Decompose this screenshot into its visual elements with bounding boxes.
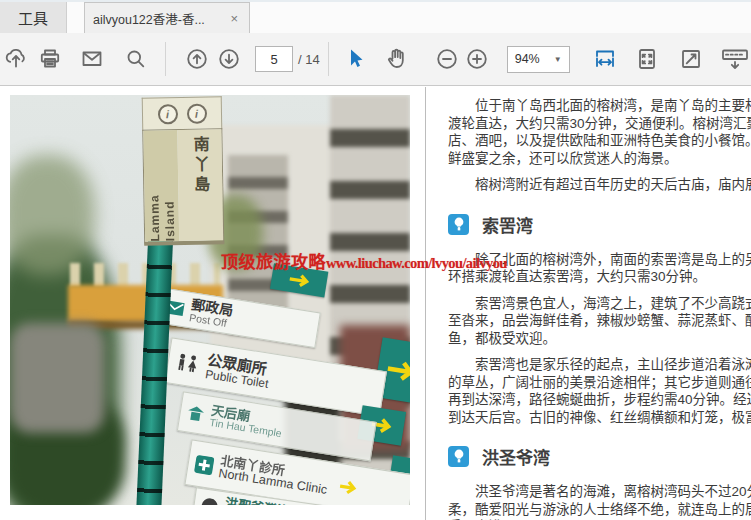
watermark-prefix: 顶级旅游攻略 — [221, 253, 326, 272]
sign-chinese-label: 南丫島 — [187, 135, 212, 195]
section-heading-sok-kwu-wan: 索罟湾 — [448, 212, 751, 237]
toolbar-collapse-icon — [720, 46, 750, 72]
fit-page-button[interactable] — [634, 46, 660, 72]
paragraph: 索罟湾景色宜人，海湾之上，建筑了不少高跷式露天餐 至沓来，品尝海鲜佳肴，辣椒炒螃… — [448, 295, 751, 348]
fit-width-icon — [592, 46, 618, 72]
hand-icon — [384, 46, 410, 72]
text-line: 到达天后宫。古旧的神像、红丝绸横额和灯笼，极富中国传统 — [448, 409, 751, 427]
temple-icon — [186, 404, 206, 423]
print-button[interactable] — [37, 46, 63, 72]
info-circle-icon: i — [157, 104, 177, 124]
section-heading-label: 索罟湾 — [482, 212, 533, 237]
clinic-cross-icon — [193, 454, 215, 476]
sign-body: Lamma Island 南丫島 — [142, 128, 224, 245]
toolbar-separator — [328, 42, 329, 76]
select-tool-button[interactable] — [342, 46, 368, 72]
chevron-down-icon: ▼ — [554, 55, 562, 64]
paragraph: 位于南丫岛西北面的榕树湾，是南丫岛的主要村落之一 渡轮直达，大约只需30分钟，交… — [448, 97, 751, 167]
tab-document[interactable]: ailvyou122香港-香... × — [84, 2, 250, 33]
text-line: 鲜盛宴之余，还可以欣赏迷人的海景。 — [448, 150, 751, 168]
paragraph: 洪圣爷湾是著名的海滩，离榕树湾码头不过20分钟步程 柔，酷爱阳光与游泳的人士络绎… — [448, 483, 751, 520]
tree-foliage — [10, 155, 95, 275]
text-line: 店、酒吧，以及提供欧陆和亚洲特色美食的小餐馆。游人在 — [448, 132, 751, 150]
share-upload-button[interactable] — [3, 46, 29, 72]
circle-minus-icon — [434, 46, 460, 72]
document-viewport[interactable]: 郵政局 Post Off 公眾廁所 Public Toilet — [0, 87, 751, 520]
zoom-in-button[interactable] — [464, 46, 490, 72]
sign-top-band: i i — [142, 96, 223, 129]
search-icon — [123, 46, 149, 72]
text-line: 鱼，都极受欢迎。 — [448, 330, 751, 348]
printer-icon — [37, 46, 63, 72]
page-total-label: / 14 — [298, 52, 320, 67]
next-page-button[interactable] — [216, 46, 242, 72]
envelope-icon — [79, 46, 105, 72]
zoom-level-value: 94% — [515, 52, 546, 66]
cursor-arrow-icon — [342, 46, 368, 72]
tab-bar: 工具 ailvyou122香港-香... × — [0, 0, 751, 33]
hand-tool-button[interactable] — [384, 46, 410, 72]
lamma-island-sign: i i Lamma Island 南丫島 — [142, 96, 225, 245]
page-number-input[interactable] — [255, 46, 293, 72]
close-tab-icon[interactable]: × — [227, 11, 241, 26]
section-heading-label: 洪圣爷湾 — [482, 444, 550, 469]
circle-plus-icon — [464, 46, 490, 72]
pdf-reader-window: 工具 ailvyou122香港-香... × — [0, 0, 751, 520]
article-text-column: 位于南丫岛西北面的榕树湾，是南丫岛的主要村落之一 渡轮直达，大约只需30分钟，交… — [448, 87, 751, 520]
balloon-bullet-icon — [448, 214, 469, 235]
text-line: 洪圣爷湾是著名的海滩，离榕树湾码头不过20分钟步程 — [448, 483, 751, 501]
signpost-photo: 郵政局 Post Off 公眾廁所 Public Toilet — [10, 95, 410, 505]
search-button[interactable] — [123, 46, 149, 72]
beach-umbrella-icon — [200, 497, 220, 505]
text-line: 再到达深湾，路径蜿蜒曲折，步程约需40分钟。经过下山一 — [448, 391, 751, 409]
text-line: 索罟湾也是家乐径的起点，主山径步道沿着泳滩扶摇而 — [448, 356, 751, 374]
toilet-people-icon — [174, 352, 202, 374]
tab-tools-label: 工具 — [18, 7, 48, 28]
previous-page-button[interactable] — [184, 46, 210, 72]
balustrade — [70, 263, 220, 287]
zoom-level-dropdown[interactable]: 94% ▼ — [507, 46, 570, 73]
direction-arrow-icon — [337, 478, 361, 497]
sign-english-line2: Island — [161, 136, 177, 241]
info-circle-icon: i — [186, 103, 206, 123]
watermark-url: www.liuchaw.com/lvyou/ailvyou — [326, 255, 507, 271]
fit-page-icon — [634, 46, 660, 72]
cloud-upload-icon — [3, 46, 29, 72]
text-line: 榕树湾附近有超过百年历史的天后古庙，庙内展示了古老 — [448, 176, 751, 194]
text-line: 索罟湾景色宜人，海湾之上，建筑了不少高跷式露天餐 — [448, 295, 751, 313]
zoom-out-button[interactable] — [434, 46, 460, 72]
sign-face-english: Lamma Island — [143, 130, 179, 242]
text-line: 位于南丫岛西北面的榕树湾，是南丫岛的主要村落之一 — [448, 97, 751, 115]
watermark-text: 顶级旅游攻略www.liuchaw.com/lvyou/ailvyou — [221, 248, 507, 273]
sign-english-line1: Lamma — [146, 136, 162, 241]
page-edge-divider — [425, 87, 426, 520]
expand-icon — [678, 46, 704, 72]
text-line: 的草丛，广阔壮丽的美景沿途相伴；其它步道则通往小岛南 — [448, 374, 751, 392]
text-line: 渡轮直达，大约只需30分钟，交通便利。榕树湾汇聚了不 — [448, 115, 751, 133]
fit-width-button[interactable] — [592, 46, 618, 72]
hide-toolbar-button[interactable] — [720, 46, 750, 72]
text-line: 至沓来，品尝海鲜佳肴，辣椒炒螃蟹、蒜泥蒸虾、酥炸鲜鱿 — [448, 312, 751, 330]
document-title: ailvyou122香港-香... — [93, 9, 221, 28]
email-button[interactable] — [79, 46, 105, 72]
tab-tools[interactable]: 工具 — [0, 2, 67, 33]
balloon-bullet-icon — [448, 446, 469, 467]
circle-arrow-up-icon — [184, 46, 210, 72]
direction-arrow-icon — [285, 270, 313, 290]
circle-arrow-down-icon — [216, 46, 242, 72]
text-line: 柔，酷爱阳光与游泳的人士络绎不绝，就连岛上的居民，也 — [448, 501, 751, 519]
toolbar-separator — [165, 42, 166, 76]
fullscreen-button[interactable] — [678, 46, 704, 72]
paragraph: 索罟湾也是家乐径的起点，主山径步道沿着泳滩扶摇而 的草丛，广阔壮丽的美景沿途相伴… — [448, 356, 751, 426]
main-toolbar: / 14 94% ▼ — [0, 33, 751, 86]
sign-face-chinese: 南丫島 — [177, 129, 223, 241]
stone-wall — [10, 323, 105, 433]
paragraph: 榕树湾附近有超过百年历史的天后古庙，庙内展示了古老 — [448, 176, 751, 194]
section-heading-hung-shing-yeh: 洪圣爷湾 — [448, 444, 751, 469]
